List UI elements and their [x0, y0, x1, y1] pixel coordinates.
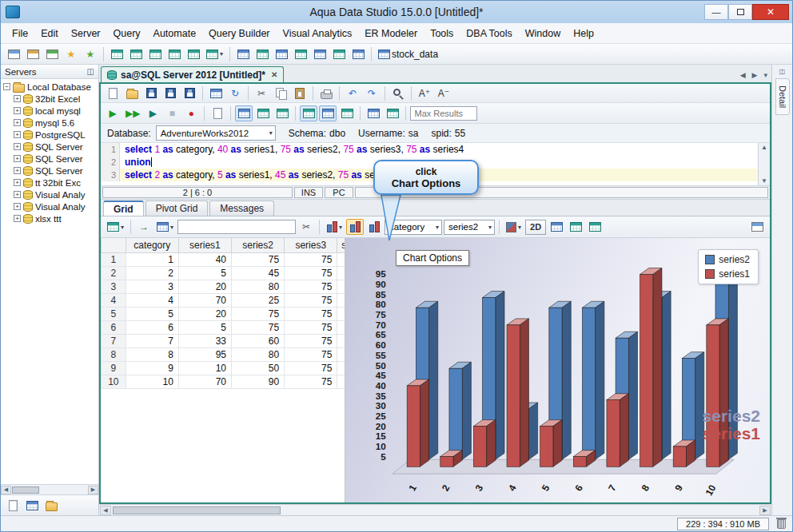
- chart-pane[interactable]: 5101520253035404550556065707580859095123…: [345, 238, 770, 502]
- expand-icon[interactable]: +: [14, 119, 21, 126]
- servers-view-button[interactable]: [4, 498, 22, 514]
- column-header-series3[interactable]: series3: [285, 238, 337, 252]
- collapse-icon[interactable]: −: [3, 83, 10, 90]
- print-button[interactable]: [317, 85, 335, 101]
- max-results-input[interactable]: [410, 106, 477, 121]
- append-results-button[interactable]: [338, 105, 356, 121]
- table-row[interactable]: 11407575: [102, 252, 346, 266]
- text-results-button[interactable]: [254, 105, 272, 121]
- series-combo[interactable]: series2▾: [444, 220, 495, 235]
- main-hscrollbar[interactable]: ◀ ▶: [99, 504, 771, 515]
- save-as-button[interactable]: [161, 85, 179, 101]
- expand-icon[interactable]: +: [14, 203, 21, 210]
- tab-sa-sql-server-2012[interactable]: sa@SQL Server 2012 [Untitled]* ✕: [101, 66, 284, 82]
- tab-pivot-grid[interactable]: Pivot Grid: [145, 200, 209, 216]
- trash-icon[interactable]: [777, 519, 786, 529]
- menu-automate[interactable]: Automate: [147, 26, 203, 42]
- grid-window-button[interactable]: [292, 46, 309, 62]
- column-header-series1[interactable]: series1: [178, 238, 231, 252]
- chart-type-button[interactable]: ▾: [324, 219, 345, 235]
- scroll-left-icon[interactable]: ◀: [1, 486, 11, 494]
- expand-icon[interactable]: +: [14, 131, 21, 138]
- script-window-button[interactable]: ▾: [204, 46, 225, 62]
- table-row[interactable]: 44702575: [102, 293, 346, 307]
- query-builder-button[interactable]: [127, 46, 145, 62]
- execute-button[interactable]: ▶: [104, 105, 122, 121]
- new-file-button[interactable]: [104, 85, 122, 101]
- import-wizard-button[interactable]: ★: [62, 46, 80, 62]
- record-button[interactable]: ●: [182, 105, 200, 121]
- grid-results-button[interactable]: [235, 105, 253, 121]
- tree-item-tt-32bit-exc[interactable]: +tt 32bit Exc: [3, 177, 98, 189]
- save-button[interactable]: [142, 85, 160, 101]
- table-row[interactable]: 99105075: [102, 361, 346, 375]
- menu-query[interactable]: Query: [107, 26, 147, 42]
- files-view-button[interactable]: [42, 498, 60, 514]
- sidebar-hscrollbar[interactable]: ◀ ▶: [1, 484, 98, 494]
- cut-button[interactable]: ✂: [253, 85, 270, 101]
- sql-line[interactable]: 1select 1 as category, 40 as series1, 75…: [101, 143, 770, 156]
- scrollbar-thumb[interactable]: [12, 486, 39, 494]
- legend-toggle-button[interactable]: [567, 219, 584, 235]
- table-row[interactable]: 88958075: [102, 347, 346, 361]
- column-header-series2[interactable]: series2: [232, 238, 285, 252]
- tab-grid[interactable]: Grid: [103, 200, 144, 216]
- menu-help[interactable]: Help: [567, 26, 600, 42]
- column-header-se[interactable]: se: [337, 238, 345, 252]
- er-modeler-button[interactable]: [165, 46, 183, 62]
- export-wizard-button[interactable]: ★: [82, 46, 99, 62]
- expand-icon[interactable]: +: [14, 191, 21, 198]
- refresh-button[interactable]: ↻: [226, 85, 244, 101]
- maximize-results-button[interactable]: [748, 219, 766, 235]
- tab-close-icon[interactable]: ✕: [271, 70, 277, 79]
- tree-item-xlsx-ttt[interactable]: +xlsx ttt: [3, 212, 98, 224]
- cut-results-button[interactable]: ✂: [297, 219, 315, 235]
- scroll-left-icon[interactable]: ◀: [100, 506, 111, 515]
- table-row[interactable]: 77336075: [102, 334, 346, 347]
- open-table-button[interactable]: [234, 46, 252, 62]
- new-query-analyzer-window-button[interactable]: [5, 46, 22, 62]
- tree-item-mysql-5-6[interactable]: +mysql 5.6: [3, 117, 98, 129]
- dock-pin-icon[interactable]: ◫: [779, 68, 786, 75]
- expand-icon[interactable]: +: [14, 215, 21, 222]
- tree-item-visual-analy[interactable]: +Visual Analy: [3, 189, 98, 200]
- stop-button[interactable]: ■: [163, 105, 181, 121]
- maximize-button[interactable]: [728, 4, 752, 20]
- editor-vscrollbar[interactable]: ▲ ▼: [758, 143, 770, 185]
- expand-icon[interactable]: +: [14, 95, 21, 102]
- expand-icon[interactable]: +: [14, 143, 21, 150]
- menu-er-modeler[interactable]: ER Modeler: [358, 26, 424, 42]
- auto-fit-button[interactable]: [365, 105, 382, 121]
- single-window-button[interactable]: [300, 105, 317, 121]
- new-connection-window-button[interactable]: [24, 46, 42, 62]
- font-decrease-button[interactable]: A⁻: [435, 85, 452, 101]
- filter-input[interactable]: [177, 220, 296, 234]
- save-results-button[interactable]: ▾: [154, 219, 176, 235]
- database-select[interactable]: AdventureWorks2012▾: [156, 125, 276, 141]
- tree-item-sql-server[interactable]: +SQL Server: [3, 165, 98, 177]
- tab-list-button[interactable]: ▾: [761, 71, 770, 79]
- chart-window-button[interactable]: [311, 46, 329, 62]
- menu-server[interactable]: Server: [65, 26, 107, 42]
- save-all-button[interactable]: [181, 85, 198, 101]
- table-row[interactable]: 2254575: [102, 266, 346, 280]
- text-window-button[interactable]: [349, 46, 367, 62]
- minimize-button[interactable]: —: [704, 4, 728, 20]
- palette-button[interactable]: ▾: [504, 219, 524, 235]
- panel-dock-icon[interactable]: ◫: [87, 67, 94, 76]
- menu-dba-tools[interactable]: DBA Tools: [460, 26, 518, 42]
- results-grid-pane[interactable]: categoryseries1series2series3se114075752…: [101, 238, 345, 502]
- open-file-button[interactable]: [123, 85, 141, 101]
- scroll-right-icon[interactable]: ▶: [759, 506, 771, 515]
- tree-item-postgresql[interactable]: +PostgreSQL: [3, 129, 98, 141]
- table-row[interactable]: 6657575: [102, 320, 346, 334]
- stock-data-button[interactable]: stock_data: [376, 46, 440, 62]
- redo-button[interactable]: ↷: [363, 85, 381, 101]
- query-analyzer-button[interactable]: [108, 46, 126, 62]
- scroll-down-icon[interactable]: ▼: [761, 177, 767, 185]
- menu-tools[interactable]: Tools: [424, 26, 460, 42]
- tree-item-local-database[interactable]: −Local Database: [3, 81, 98, 93]
- multi-window-button[interactable]: [319, 105, 337, 121]
- paste-button[interactable]: [291, 85, 309, 101]
- row-numbers-button[interactable]: [384, 105, 401, 121]
